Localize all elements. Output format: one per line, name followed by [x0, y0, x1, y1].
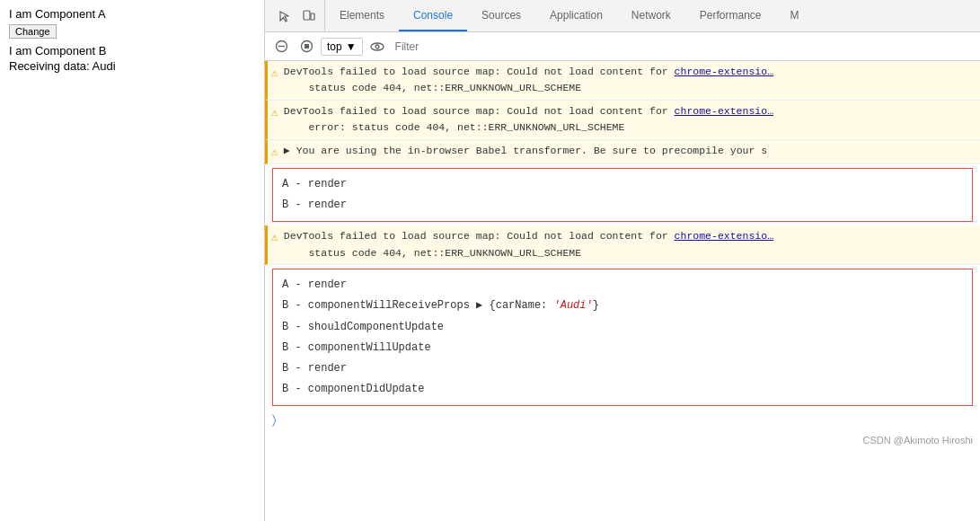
component-b-label: I am Component B	[9, 44, 255, 57]
warn-link-1[interactable]: chrome-extensio…	[675, 66, 773, 77]
tab-sources[interactable]: Sources	[467, 0, 535, 31]
warning-icon-2: ⚠	[271, 104, 278, 122]
device-icon[interactable]	[297, 5, 319, 27]
stop-icon[interactable]	[296, 36, 317, 57]
inspect-icon[interactable]	[274, 5, 296, 27]
nav-icons-group	[269, 0, 325, 31]
component-a-label: I am Component A	[9, 7, 255, 21]
console-prompt: 〉	[265, 410, 980, 431]
warning-icon-3: ⚠	[271, 144, 278, 162]
box2-line-6: B - componentDidUpdate	[282, 379, 963, 400]
top-label: top	[327, 40, 342, 53]
tab-more[interactable]: M	[776, 0, 814, 31]
change-button[interactable]: Change	[9, 24, 57, 39]
warn-line-1: ⚠ DevTools failed to load source map: Co…	[265, 61, 980, 101]
prompt-arrow-icon: 〉	[272, 413, 277, 428]
warning-icon-4: ⚠	[271, 229, 278, 247]
context-selector[interactable]: top ▼	[321, 38, 363, 56]
first-output-box: A - render B - render	[272, 168, 973, 222]
svg-point-6	[371, 43, 384, 50]
warn-text-3: ▶ You are using the in-browser Babel tra…	[284, 143, 767, 159]
box1-line-1: A - render	[282, 174, 963, 195]
warn-text-1: DevTools failed to load source map: Coul…	[284, 64, 773, 97]
tab-application[interactable]: Application	[535, 0, 617, 31]
selector-arrow-icon: ▼	[346, 40, 357, 53]
box2-line-3: B - shouldComponentUpdate	[282, 317, 963, 338]
devtools-tabs: Elements Console Sources Application Net…	[325, 0, 814, 31]
tab-network[interactable]: Network	[617, 0, 685, 31]
warn-line-4: ⚠ DevTools failed to load source map: Co…	[265, 225, 980, 265]
warn-text-2: DevTools failed to load source map: Coul…	[284, 103, 773, 137]
eye-icon[interactable]	[366, 36, 388, 57]
devtools-panel: Elements Console Sources Application Net…	[265, 0, 980, 521]
devtools-nav: Elements Console Sources Application Net…	[265, 0, 980, 32]
receiving-data-label: Receiving data: Audi	[9, 59, 255, 73]
tab-elements[interactable]: Elements	[325, 0, 399, 31]
box2-line-2: B - componentWillReceiveProps ▶ {carName…	[282, 296, 963, 316]
svg-point-7	[375, 45, 379, 49]
console-toolbar: top ▼	[265, 32, 980, 61]
svg-rect-5	[305, 44, 309, 49]
console-output: ⚠ DevTools failed to load source map: Co…	[265, 61, 980, 521]
box1-line-2: B - render	[282, 195, 963, 216]
warn-line-3: ⚠ ▶ You are using the in-browser Babel t…	[265, 140, 980, 165]
warn-link-2[interactable]: chrome-extensio…	[675, 105, 773, 117]
left-panel: I am Component A Change I am Component B…	[0, 0, 265, 521]
box2-line-1: A - render	[282, 275, 963, 296]
warning-icon-1: ⚠	[271, 65, 278, 83]
warn-link-4[interactable]: chrome-extensio…	[675, 230, 773, 242]
box2-line-4: B - componentWillUpdate	[282, 338, 963, 358]
tab-performance[interactable]: Performance	[685, 0, 776, 31]
tab-console[interactable]: Console	[399, 0, 467, 31]
expand-arrow-icon[interactable]: ▶	[476, 299, 482, 312]
filter-input[interactable]	[392, 39, 975, 55]
svg-rect-1	[311, 13, 314, 20]
watermark: CSDN @Akimoto Hiroshi	[265, 431, 980, 449]
box2-line-5: B - render	[282, 358, 963, 379]
warn-line-2: ⚠ DevTools failed to load source map: Co…	[265, 101, 980, 140]
warn-text-4: DevTools failed to load source map: Coul…	[284, 228, 773, 261]
svg-rect-0	[304, 11, 310, 20]
clear-console-icon[interactable]	[270, 36, 292, 57]
second-output-box: A - render B - componentWillReceiveProps…	[272, 269, 973, 406]
